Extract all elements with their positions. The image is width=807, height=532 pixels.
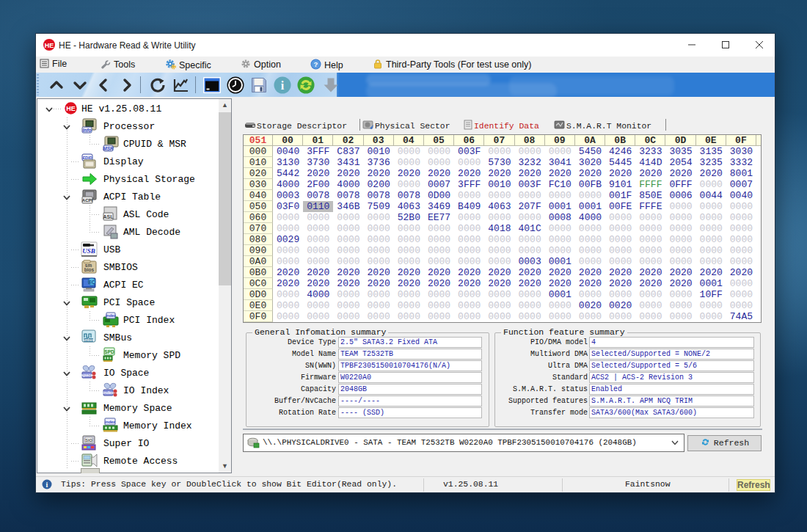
- svg-text:index: index: [103, 390, 114, 395]
- svg-text:Info: Info: [83, 128, 92, 133]
- svg-text:smbus: smbus: [83, 338, 94, 342]
- svg-text:SPD: SPD: [104, 349, 114, 354]
- svg-text:index: index: [106, 313, 117, 318]
- svg-text:?: ?: [314, 60, 318, 68]
- svg-text:i: i: [46, 481, 48, 489]
- svg-text:HE: HE: [45, 42, 54, 49]
- svg-text:ACPI: ACPI: [82, 198, 93, 203]
- svg-text:EC: EC: [88, 280, 95, 285]
- svg-text:SIO: SIO: [85, 438, 92, 442]
- svg-text:ASL: ASL: [103, 214, 114, 219]
- svg-text:EDID: EDID: [82, 156, 92, 160]
- svg-text:i: i: [280, 79, 284, 92]
- svg-text:HE: HE: [66, 105, 76, 112]
- svg-text:MSR: MSR: [103, 146, 114, 151]
- svg-text:index: index: [105, 420, 116, 424]
- svg-text:space: space: [81, 373, 93, 377]
- svg-text:USB: USB: [82, 247, 95, 255]
- svg-text:bios: bios: [84, 267, 95, 272]
